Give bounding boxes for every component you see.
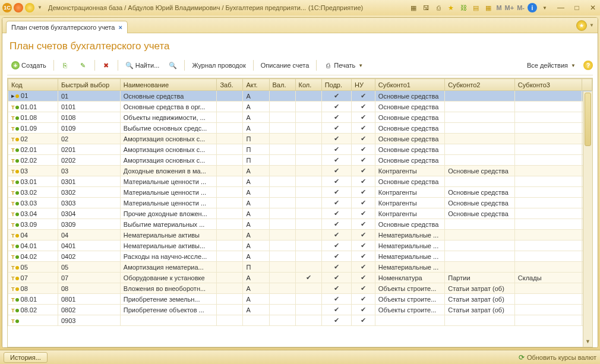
mem-mplus[interactable]: M+: [505, 3, 514, 12]
close-icon[interactable]: ✕: [588, 3, 598, 12]
refresh-icon[interactable]: ⟳: [519, 353, 525, 362]
vertical-scrollbar[interactable]: ▼: [583, 91, 592, 347]
scroll-down-icon[interactable]: ▼: [583, 338, 592, 347]
title-toolbar: ▦ 🖫 ⎙ ★ ⛓ ▤ ▦ M M+ M- i ▼ — □ ✕: [409, 3, 598, 12]
tb-save-icon[interactable]: 🖫: [421, 3, 431, 12]
chevron-down-icon: ▼: [358, 63, 363, 68]
all-actions-button[interactable]: Все действия ▼: [523, 60, 580, 71]
table-row[interactable]: T 04.010401Нематериальные активы...А✔✔Не…: [8, 240, 592, 251]
nav-fwd-icon[interactable]: [25, 3, 34, 12]
table-row[interactable]: T 03.090309Выбытие материальных ...А✔✔Ос…: [8, 219, 592, 230]
table-row[interactable]: T 02.020202Амортизация основных с...П✔✔О…: [8, 155, 592, 166]
table-row[interactable]: T 03.010301Материальные ценности ...А✔✔О…: [8, 176, 592, 187]
title-bar: 1C ▼ Демонстрационная база / Абдулов Юри…: [0, 0, 600, 15]
scrollbar-thumb[interactable]: [585, 93, 591, 146]
info-icon[interactable]: i: [528, 3, 537, 12]
table-row[interactable]: T 01.080108Объекты недвижимости, ...А✔✔О…: [8, 112, 592, 123]
all-actions-label: Все действия: [527, 62, 568, 69]
table-row[interactable]: T 0404Нематериальные активыА✔✔Нематериал…: [8, 230, 592, 240]
tab-close-icon[interactable]: ×: [118, 24, 122, 31]
create-label: Создать: [21, 62, 46, 69]
maximize-icon[interactable]: □: [572, 3, 582, 12]
table-row[interactable]: T 0808Вложения во внеоборотн...А✔✔Объект…: [8, 283, 592, 294]
clear-search-icon: 🔍: [169, 61, 177, 69]
separator: [94, 60, 95, 71]
table-row[interactable]: T 03.040304Прочие доходные вложен...А✔✔К…: [8, 208, 592, 219]
refresh-label[interactable]: Обновить курсы валют: [527, 354, 596, 361]
copy-icon: ⎘: [61, 61, 70, 69]
tb-doc-icon[interactable]: ▦: [409, 3, 418, 12]
content: План счетов бухгалтерского учета + Созда…: [2, 33, 598, 347]
separator: [184, 60, 185, 71]
clear-find-button[interactable]: 🔍: [165, 59, 181, 71]
column-header[interactable]: Субконто1: [375, 79, 444, 91]
print-button[interactable]: ⎙ Печать ▼: [320, 59, 367, 71]
table-row[interactable]: T 01.090109Выбытие основных средс...А✔✔О…: [8, 123, 592, 134]
page-title: План счетов бухгалтерского учета: [7, 37, 593, 58]
table-row[interactable]: T 03.020302Материальные ценности ...А✔✔К…: [8, 187, 592, 198]
copy-button[interactable]: ⎘: [57, 59, 74, 71]
tb-print-icon[interactable]: ⎙: [434, 3, 443, 12]
favorite-star-icon[interactable]: ★: [576, 20, 587, 31]
table-row[interactable]: T 0903✔✔: [8, 315, 592, 326]
table-row[interactable]: T 0707Оборудование к установкеА✔✔✔Номенк…: [8, 273, 592, 283]
desc-label: Описание счета: [261, 62, 310, 69]
edit-button[interactable]: ✎: [75, 59, 91, 71]
tab-menu-icon[interactable]: ▼: [589, 23, 594, 28]
journal-button[interactable]: Журнал проводок: [188, 60, 250, 71]
printer-icon: ⎙: [324, 61, 332, 69]
nav-menu-icon[interactable]: ▼: [37, 5, 43, 11]
table-row[interactable]: T 03.030303Материальные ценности ...А✔✔К…: [8, 198, 592, 208]
column-header[interactable]: Код: [8, 79, 58, 91]
chevron-down-icon: ▼: [571, 63, 576, 68]
column-header[interactable]: Вал.: [269, 79, 295, 91]
desc-button[interactable]: Описание счета: [257, 60, 314, 71]
column-header[interactable]: Подр.: [321, 79, 351, 91]
table-row[interactable]: T 0202Амортизация основных с...П✔✔Основн…: [8, 134, 592, 144]
pencil-icon: ✎: [79, 61, 87, 69]
tab-active[interactable]: План счетов бухгалтерского учета ×: [6, 21, 128, 33]
delete-button[interactable]: ✖: [98, 59, 115, 71]
workspace: План счетов бухгалтерского учета × ★ ▼ П…: [2, 17, 598, 348]
mem-mminus[interactable]: M-: [517, 3, 525, 12]
column-header[interactable]: Заб.: [217, 79, 243, 91]
toolbar: + Создать ⎘ ✎ ✖ 🔍 Найти... 🔍 Журнал пров…: [7, 58, 593, 75]
minimize-icon[interactable]: —: [556, 3, 566, 12]
help-icon[interactable]: ?: [583, 61, 593, 70]
separator: [53, 60, 54, 71]
column-header[interactable]: Наименование: [120, 79, 217, 91]
find-button[interactable]: 🔍 Найти...: [121, 59, 164, 71]
table-row[interactable]: T 08.020802Приобретение объектов ...А✔✔О…: [8, 305, 592, 315]
tb-calendar-icon[interactable]: ▦: [484, 3, 493, 12]
table-row[interactable]: T 04.020402Расходы на научно-иссле...А✔✔…: [8, 251, 592, 262]
tb-fav-icon[interactable]: ★: [446, 3, 456, 12]
table-row[interactable]: T 01.010101Основные средства в орг...А✔✔…: [8, 102, 592, 112]
separator: [118, 60, 118, 71]
status-bar: История... ⟳ Обновить курсы валют: [0, 350, 600, 364]
table-row[interactable]: T 08.010801Приобретение земельн...А✔✔Объ…: [8, 294, 592, 305]
table-row[interactable]: ▸ 0101Основные средстваА✔✔Основные средс…: [8, 91, 592, 102]
tab-label: План счетов бухгалтерского учета: [11, 24, 115, 31]
table-row[interactable]: T 02.010201Амортизация основных с...П✔✔О…: [8, 144, 592, 155]
column-header[interactable]: Субконто2: [445, 79, 514, 91]
window-title: Демонстрационная база / Абдулов Юрий Вла…: [48, 4, 306, 11]
accounts-table[interactable]: КодБыстрый выборНаименованиеЗаб.Акт.Вал.…: [8, 78, 592, 326]
print-label: Печать: [334, 62, 355, 69]
plus-icon: +: [11, 61, 20, 69]
column-header[interactable]: Быстрый выбор: [58, 79, 120, 91]
mem-m[interactable]: M: [496, 3, 501, 12]
column-header[interactable]: Кол.: [295, 79, 321, 91]
tb-calc-icon[interactable]: ▤: [471, 3, 481, 12]
column-header[interactable]: Акт.: [243, 79, 269, 91]
history-button[interactable]: История...: [4, 352, 48, 363]
table-row[interactable]: T 0303Доходные вложения в ма...А✔✔Контра…: [8, 166, 592, 176]
delete-icon: ✖: [102, 61, 110, 69]
tb-links-icon[interactable]: ⛓: [459, 3, 468, 12]
app-logo-icon[interactable]: 1C: [2, 3, 12, 12]
create-button[interactable]: + Создать: [7, 59, 50, 71]
column-header[interactable]: НУ: [351, 79, 375, 91]
table-row[interactable]: T 0505Амортизация нематериа...П✔✔Нематер…: [8, 262, 592, 273]
column-header[interactable]: Субконто3: [514, 79, 582, 91]
nav-back-icon[interactable]: [14, 3, 23, 12]
info-menu-icon[interactable]: ▼: [540, 3, 550, 12]
